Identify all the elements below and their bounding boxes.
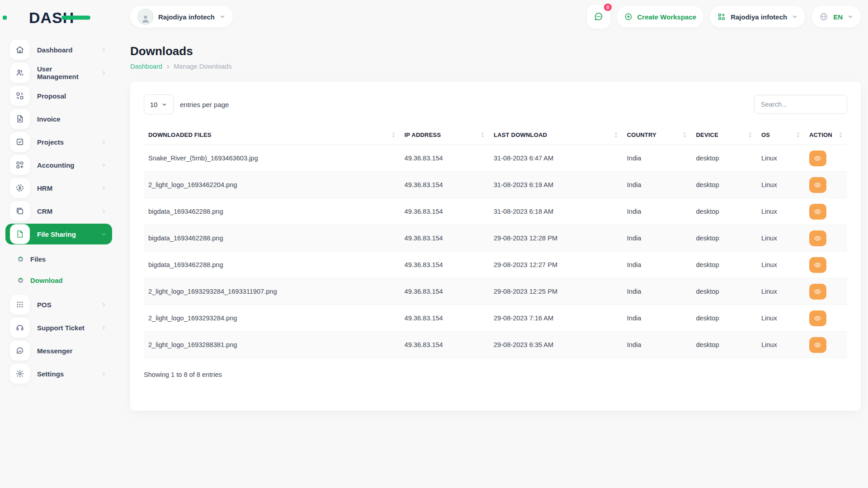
os-cell: Linux (757, 225, 805, 252)
last-download-cell: 31-08-2023 6:19 AM (489, 172, 623, 198)
column-header-device[interactable]: DEVICE (691, 125, 756, 145)
column-header-country[interactable]: COUNTRY (623, 125, 692, 145)
create-workspace-label: Create Workspace (637, 13, 697, 21)
workspace-avatar (137, 9, 154, 25)
view-download-button[interactable] (809, 230, 826, 246)
sort-icon (385, 131, 396, 138)
chevron-right-icon (101, 70, 107, 76)
sidebar-item-label: Projects (37, 138, 64, 146)
file-icon (10, 224, 30, 244)
ip-address-cell: 49.36.83.154 (400, 278, 489, 305)
file-name-cell: bigdata_1693462288.png (144, 225, 400, 252)
file-name-cell: 2_light_logo_1693293284.png (144, 305, 400, 332)
accounting-icon (10, 155, 30, 175)
breadcrumb-chevron-icon: › (167, 63, 169, 70)
file-name-cell: bigdata_1693462288.png (144, 252, 400, 278)
sidebar-submenu: FilesDownload (0, 247, 118, 292)
create-workspace-button[interactable]: Create Workspace (617, 6, 704, 28)
chevron-right-icon (101, 185, 107, 191)
sidebar-item-projects[interactable]: Projects (5, 131, 112, 152)
proposal-icon (10, 86, 30, 106)
column-header-downloaded-files[interactable]: DOWNLOADED FILES (144, 125, 400, 145)
view-download-button[interactable] (809, 150, 826, 166)
os-cell: Linux (757, 198, 805, 225)
device-cell: desktop (691, 225, 756, 252)
sidebar-item-user-management[interactable]: User Management (5, 62, 112, 83)
sidebar-item-support-ticket[interactable]: Support Ticket (5, 317, 112, 338)
os-cell: Linux (757, 252, 805, 278)
breadcrumb-current: Manage Downloads (174, 63, 231, 70)
person-icon (140, 13, 151, 24)
company-name: Rajodiya infotech (731, 13, 787, 21)
column-header-action[interactable]: ACTION (805, 125, 847, 145)
table-body: Snake_River_(5mb)_1693463603.jpg49.36.83… (144, 145, 847, 358)
sidebar-item-hrm[interactable]: HRM (5, 178, 112, 198)
app-logo[interactable]: DASH (0, 3, 118, 33)
sidebar-item-label: POS (37, 301, 52, 309)
view-download-button[interactable] (809, 337, 826, 353)
sidebar-item-crm[interactable]: CRM (5, 201, 112, 221)
entries-value: 10 (150, 101, 158, 108)
sidebar-item-label: Accounting (37, 161, 75, 169)
column-header-last-download[interactable]: LAST DOWNLOAD (489, 125, 623, 145)
table-row: 2_light_logo_1693462204.png49.36.83.1543… (144, 172, 847, 198)
company-selector[interactable]: Rajodiya infotech (710, 6, 805, 28)
sidebar-item-dashboard[interactable]: Dashboard (5, 39, 112, 60)
messages-button[interactable]: 0 (587, 5, 610, 28)
os-cell: Linux (757, 305, 805, 332)
breadcrumb-dashboard-link[interactable]: Dashboard (130, 63, 162, 70)
country-cell: India (623, 278, 692, 305)
ip-address-cell: 49.36.83.154 (400, 252, 489, 278)
language-selector[interactable]: EN (811, 6, 861, 28)
action-cell (805, 278, 847, 305)
column-header-ip-address[interactable]: IP ADDRESS (400, 125, 489, 145)
ip-address-cell: 49.36.83.154 (400, 332, 489, 358)
entries-summary: Showing 1 to 8 of 8 entries (144, 371, 847, 378)
device-cell: desktop (691, 198, 756, 225)
projects-icon (10, 132, 30, 152)
table-row: Snake_River_(5mb)_1693463603.jpg49.36.83… (144, 145, 847, 172)
sidebar-item-invoice[interactable]: Invoice (5, 108, 112, 129)
file-name-cell: Snake_River_(5mb)_1693463603.jpg (144, 145, 400, 172)
view-download-button[interactable] (809, 177, 826, 193)
sidebar-item-label: Dashboard (37, 46, 72, 54)
sidebar-item-label: User Management (37, 65, 94, 80)
ip-address-cell: 49.36.83.154 (400, 225, 489, 252)
sidebar-item-file-sharing[interactable]: File Sharing (5, 224, 112, 244)
entries-per-page-select[interactable]: 10 (144, 94, 174, 114)
view-download-button[interactable] (809, 310, 826, 326)
entries-per-page-label: entries per page (180, 101, 229, 108)
sidebar-subitem-download[interactable]: Download (0, 270, 118, 291)
home-icon (10, 40, 30, 60)
sidebar-item-proposal[interactable]: Proposal (5, 85, 112, 106)
chat-icon (593, 11, 604, 22)
ip-address-cell: 49.36.83.154 (400, 198, 489, 225)
ring-icon (18, 278, 23, 283)
sidebar-item-label: Support Ticket (37, 324, 85, 332)
chevron-right-icon (101, 162, 107, 168)
chevron-right-icon (101, 325, 107, 331)
column-header-os[interactable]: OS (757, 125, 805, 145)
sidebar-item-pos[interactable]: POS (5, 294, 112, 315)
eye-icon (814, 341, 821, 349)
view-download-button[interactable] (809, 204, 826, 220)
view-download-button[interactable] (809, 284, 826, 300)
sidebar-subitem-files[interactable]: Files (0, 249, 118, 270)
search-input[interactable] (754, 95, 847, 114)
settings-icon (10, 364, 30, 384)
device-cell: desktop (691, 252, 756, 278)
last-download-cell: 29-08-2023 12:27 PM (489, 252, 623, 278)
eye-icon (814, 314, 821, 322)
sidebar-item-messenger[interactable]: Messenger (5, 340, 112, 361)
workspace-selector[interactable]: Rajodiya infotech (130, 6, 233, 28)
sidebar-item-accounting[interactable]: Accounting (5, 155, 112, 175)
eye-icon (814, 261, 821, 269)
sidebar-item-settings[interactable]: Settings (5, 363, 112, 384)
chevron-down-icon (101, 231, 107, 237)
sidebar-item-label: Proposal (37, 92, 66, 100)
action-cell (805, 172, 847, 198)
support-icon (10, 318, 30, 338)
action-cell (805, 198, 847, 225)
view-download-button[interactable] (809, 257, 826, 273)
table-row: bigdata_1693462288.png49.36.83.15429-08-… (144, 225, 847, 252)
